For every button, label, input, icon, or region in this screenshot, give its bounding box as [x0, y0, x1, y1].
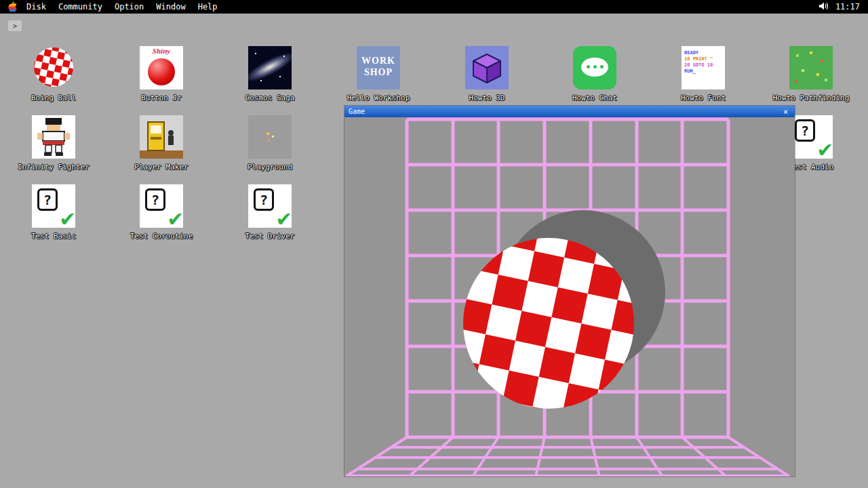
workshop-text: WORK SHOP: [357, 55, 400, 78]
question-box: ?: [795, 119, 815, 142]
path-pixel: [802, 69, 804, 72]
speaker-icon[interactable]: [819, 2, 829, 12]
desktop-icon-button-jr[interactable]: Shiny Button Jr: [140, 46, 183, 108]
icon-label: Howto Pathfinding: [773, 94, 850, 102]
launcher-toggle-button[interactable]: >: [8, 20, 22, 31]
menu-disk[interactable]: Disk: [26, 2, 46, 12]
player-maker-icon: [140, 115, 183, 159]
desktop-icon-howto-chat[interactable]: Howto Chat: [573, 46, 616, 108]
icon-label: Playground: [248, 163, 292, 171]
workshop-line1: WORK: [357, 55, 400, 66]
icon-label: Boing Ball: [31, 94, 76, 102]
check-icon: ✔: [818, 137, 832, 159]
boing-ball-mini-svg: [32, 46, 75, 89]
workshop-line2: SHOP: [357, 66, 400, 78]
listing-line: 10 PRINT ": [684, 56, 722, 62]
game-scene: [344, 117, 795, 476]
icon-label: Test Coroutine: [130, 232, 193, 241]
menu-items: Disk Community Option Window Help: [26, 2, 218, 12]
test-coroutine-icon: ? ✔: [140, 184, 183, 228]
star-dot: [283, 56, 285, 57]
desktop-icon-infinity-fighter[interactable]: Infinity Fighter: [32, 115, 75, 178]
check-icon: ✔: [61, 206, 75, 228]
desktop-icon-test-audio[interactable]: ? ✔ Test Audio: [789, 115, 833, 178]
desktop-icon-test-coroutine[interactable]: ? ✔ Test Coroutine: [140, 184, 183, 247]
icon-label: Howto 3D: [469, 94, 505, 102]
desktop-icon-player-maker[interactable]: Player Maker: [140, 115, 183, 178]
menu-community[interactable]: Community: [58, 2, 102, 12]
menubar: Disk Community Option Window Help 11:17: [0, 0, 868, 14]
menu-option[interactable]: Option: [115, 2, 144, 12]
listing-line: RUN_: [684, 68, 722, 75]
cube-svg: [465, 46, 509, 89]
desktop-icon-test-driver[interactable]: ? ✔ Test Driver: [248, 184, 292, 247]
path-pixel: [816, 73, 819, 76]
star-dot: [279, 76, 281, 77]
desktop-icon-test-basic[interactable]: ? ✔ Test Basic: [32, 184, 75, 247]
pathfinding-icon: [789, 46, 833, 89]
shiny-text: Shiny: [140, 47, 183, 55]
sparkle-pixel: [272, 136, 274, 138]
window-title: Game: [349, 108, 365, 115]
icon-label: Howto Font: [681, 94, 726, 102]
check-icon: ✔: [277, 206, 291, 228]
sparkle-pixel: [268, 140, 270, 142]
close-button[interactable]: ×: [781, 107, 791, 117]
path-pixel: [825, 79, 827, 81]
icon-label: Player Maker: [134, 163, 188, 171]
icon-label: Test Driver: [245, 232, 295, 241]
question-box: ?: [37, 188, 58, 211]
floor-grid: [346, 437, 789, 476]
test-basic-icon: ? ✔: [32, 184, 75, 228]
menu-window[interactable]: Window: [156, 2, 185, 12]
desktop-icon-playground[interactable]: Playground: [248, 115, 292, 178]
menubar-status: 11:17: [819, 2, 860, 12]
button-jr-icon: Shiny: [140, 46, 183, 89]
path-pixel: [796, 54, 799, 57]
icon-label: Howto Chat: [572, 94, 617, 102]
path-pixel: [810, 52, 812, 54]
chat-dot: [593, 65, 597, 68]
chat-dot: [600, 65, 604, 68]
desktop-icon-howto-pathfinding[interactable]: Howto Pathfinding: [789, 46, 833, 108]
chat-dots: [573, 65, 616, 68]
desktop-icon-hello-workshop[interactable]: WORK SHOP Hello Workshop: [357, 46, 400, 108]
workshop-icon: WORK SHOP: [357, 46, 400, 89]
chat-bubble-icon: [573, 46, 616, 89]
icon-label: Infinity Fighter: [18, 163, 90, 171]
fighter-svg: [32, 115, 75, 159]
listing-line: READY: [684, 50, 722, 56]
apple-logo-svg: [8, 1, 17, 12]
question-box: ?: [254, 188, 274, 211]
desktop-icon-howto-3d[interactable]: Howto 3D: [465, 46, 509, 108]
icon-label: Cosmos Saga: [245, 94, 295, 102]
apple-logo-icon[interactable]: [8, 1, 17, 12]
menu-help[interactable]: Help: [198, 2, 218, 12]
icon-label: Button Jr: [141, 94, 182, 102]
icon-label: Hello Workshop: [347, 94, 410, 102]
check-icon: ✔: [169, 206, 182, 228]
basic-listing-icon: READY 10 PRINT " 20 GOTO 10 RUN_: [682, 46, 725, 89]
path-pixel: [821, 60, 823, 62]
question-box: ?: [145, 188, 165, 211]
listing-line: 20 GOTO 10: [684, 62, 722, 68]
test-audio-icon: ? ✔: [789, 115, 833, 159]
game-window: Game ×: [344, 106, 795, 476]
game-viewport: [344, 117, 795, 476]
clock: 11:17: [835, 2, 860, 12]
icon-label: Test Basic: [31, 232, 76, 241]
test-driver-icon: ? ✔: [248, 184, 292, 228]
playground-icon: [248, 115, 292, 159]
red-button-graphic: [148, 58, 175, 85]
desktop-icon-howto-font[interactable]: READY 10 PRINT " 20 GOTO 10 RUN_ Howto F…: [682, 46, 725, 108]
boing-ball-icon: [32, 46, 75, 89]
fighter-icon: [32, 115, 75, 159]
desktop-icon-cosmos-saga[interactable]: Cosmos Saga: [248, 46, 292, 108]
sparkle-pixel: [267, 132, 269, 135]
star-dot: [255, 53, 256, 54]
window-titlebar[interactable]: Game ×: [344, 106, 795, 117]
desktop: { "menubar": { "logo": "apple-rainbow-lo…: [0, 0, 868, 488]
desktop-icon-boing-ball[interactable]: Boing Ball: [32, 46, 75, 108]
path-pixel: [795, 80, 797, 83]
icon-label: Test Audio: [789, 163, 833, 171]
